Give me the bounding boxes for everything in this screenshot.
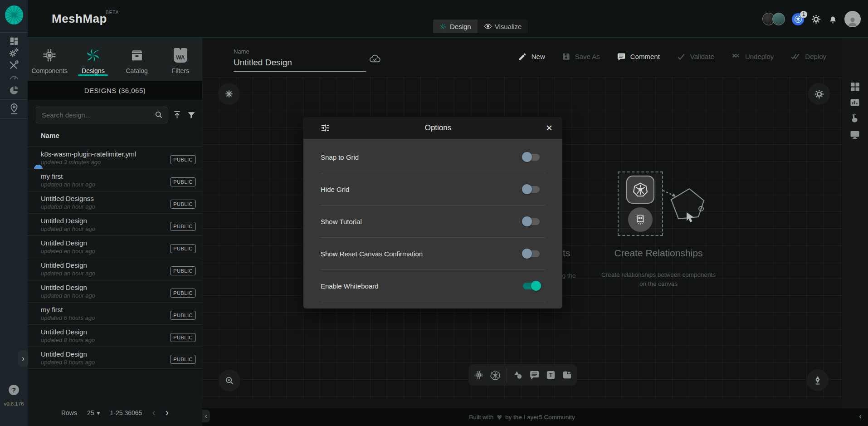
design-updated: updated an hour ago	[41, 292, 95, 299]
comment-button[interactable]: Comment	[617, 52, 660, 61]
comment-icon	[529, 370, 540, 380]
design-spiral-icon	[439, 23, 447, 30]
toggle-switch[interactable]	[523, 218, 540, 225]
new-button[interactable]: New	[518, 52, 545, 61]
zoom-button[interactable]	[219, 370, 240, 392]
dock-kubernetes-button[interactable]	[490, 370, 501, 381]
sidebar-item-dashboard[interactable]	[0, 35, 28, 47]
sidebar-item-meshmap[interactable]	[0, 103, 28, 115]
sidebar-item-lifecycle[interactable]	[0, 47, 28, 59]
canvas-actions-button[interactable]	[218, 83, 240, 105]
display-drawer-button[interactable]	[842, 129, 868, 140]
design-name-input[interactable]	[234, 55, 366, 72]
interaction-drawer-button[interactable]	[842, 113, 868, 123]
design-row-info: my firstupdated 6 hours ago	[41, 306, 95, 324]
toggle-switch[interactable]	[523, 250, 540, 257]
undeploy-icon	[731, 52, 741, 61]
import-design-button[interactable]	[172, 110, 182, 120]
notifications-button[interactable]	[828, 15, 838, 24]
design-row[interactable]: Untitled Designssupdated an hour agoPUBL…	[28, 191, 202, 213]
tab-components[interactable]: Components	[28, 38, 71, 81]
tab-catalog[interactable]: Catalog	[115, 38, 159, 81]
design-row[interactable]: my firstupdated 6 hours agoPUBLIC	[28, 302, 202, 324]
layer5-logo-icon[interactable]	[5, 5, 24, 25]
shapes-icon	[513, 370, 523, 380]
tab-filters[interactable]: WA Filters	[159, 38, 202, 81]
collaborator-avatar[interactable]	[772, 13, 785, 25]
collaborator-avatars	[762, 13, 785, 25]
design-row[interactable]: Untitled Designupdated an hour agoPUBLIC	[28, 213, 202, 235]
upload-icon	[172, 110, 182, 120]
toggle-switch[interactable]	[523, 283, 540, 289]
canvas-settings-button[interactable]	[808, 83, 830, 105]
deploy-button[interactable]: Deploy	[790, 52, 826, 61]
settings-button[interactable]	[811, 14, 821, 24]
designs-panel: Components Designs Catalog WA Filters DE…	[28, 38, 202, 426]
analytics-drawer-button[interactable]	[842, 97, 868, 108]
wasm-filters-icon: WA	[174, 48, 187, 63]
visibility-badge: PUBLIC	[170, 200, 196, 209]
design-row[interactable]: Untitled Designupdated 8 hours agoPUBLIC	[28, 347, 202, 369]
design-row[interactable]: Untitled Designupdated an hour agoPUBLIC	[28, 258, 202, 280]
help-icon: ?	[12, 386, 16, 394]
toggle-knob	[522, 152, 532, 162]
help-button[interactable]: ?	[9, 385, 19, 395]
rows-per-page-select[interactable]: 25 ▾	[87, 409, 100, 416]
design-row[interactable]: Untitled Designupdated 8 hours agoPUBLIC	[28, 324, 202, 347]
design-row[interactable]: my firstupdated an hour agoPUBLIC	[28, 169, 202, 191]
footer-collapse-right[interactable]: ‹	[859, 412, 862, 421]
sidebar-item-performance[interactable]	[0, 71, 28, 83]
tune-sliders-icon	[320, 123, 330, 133]
pen-nib-icon	[813, 375, 823, 385]
app-title: MeshMap	[52, 12, 107, 26]
sidebar-item-configuration[interactable]	[0, 59, 28, 71]
undeploy-button[interactable]: Undeploy	[731, 52, 774, 61]
canvas-dock: T	[468, 364, 577, 386]
hint-body: Create relationships between components …	[600, 270, 717, 289]
grid-icon	[849, 81, 860, 92]
design-row[interactable]: Untitled Designupdated an hour agoPUBLIC	[28, 235, 202, 258]
previous-page-button[interactable]: ‹	[152, 407, 155, 419]
top-header: MeshMap BETA Design Visualize 1	[28, 0, 868, 38]
dock-shapes-button[interactable]	[513, 370, 523, 380]
filter-button[interactable]	[187, 111, 196, 120]
dock-media-button[interactable]	[562, 370, 572, 380]
kubernetes-context-chip[interactable]: 1	[792, 13, 804, 25]
toggle-switch[interactable]	[523, 186, 540, 193]
toggle-knob	[522, 216, 532, 226]
dock-comment-button[interactable]	[529, 370, 540, 380]
tab-visualize[interactable]: Visualize	[478, 20, 528, 33]
validate-button[interactable]: Validate	[677, 52, 714, 61]
pencil-icon	[518, 52, 527, 61]
design-name: my first	[41, 306, 95, 313]
dock-components-button[interactable]	[473, 370, 484, 380]
design-updated: updated an hour ago	[41, 248, 95, 255]
toggle-switch[interactable]	[523, 154, 540, 161]
meshmap-app: ? v0.6.176 MeshMap BETA Design Visualize	[0, 0, 868, 426]
person-icon	[847, 15, 858, 27]
profile-avatar[interactable]	[844, 11, 861, 27]
design-row[interactable]: k8s-wasm-plugin-ratelimiter.ymlupdated 3…	[28, 147, 202, 169]
touch-hand-icon	[850, 113, 860, 123]
sidebar-item-mesh[interactable]	[0, 84, 28, 96]
panel-collapse-handle[interactable]: ›	[18, 350, 28, 367]
whiteboard-pen-button[interactable]	[807, 369, 829, 391]
tab-designs[interactable]: Designs	[71, 38, 115, 81]
close-button[interactable]: ×	[546, 122, 552, 133]
save-as-button[interactable]: Save As	[562, 52, 600, 61]
tab-design[interactable]: Design	[433, 20, 478, 33]
dock-text-button[interactable]: T	[546, 370, 556, 380]
visibility-badge: PUBLIC	[170, 177, 196, 186]
next-page-button[interactable]: ›	[166, 407, 169, 419]
beta-tag: BETA	[106, 10, 119, 15]
deploy-label: Deploy	[805, 53, 826, 60]
design-row[interactable]: Untitled Designupdated an hour agoPUBLIC	[28, 280, 202, 302]
search-input[interactable]	[36, 107, 167, 123]
design-name: Untitled Design	[41, 217, 95, 225]
visibility-badge: PUBLIC	[170, 244, 196, 253]
design-toolbar: NewSave AsCommentValidateUndeployDeploy	[518, 52, 826, 61]
funnel-icon	[187, 111, 196, 120]
components-drawer-button[interactable]	[842, 81, 868, 92]
design-name: Untitled Design	[41, 239, 95, 247]
comment-icon	[617, 52, 626, 61]
